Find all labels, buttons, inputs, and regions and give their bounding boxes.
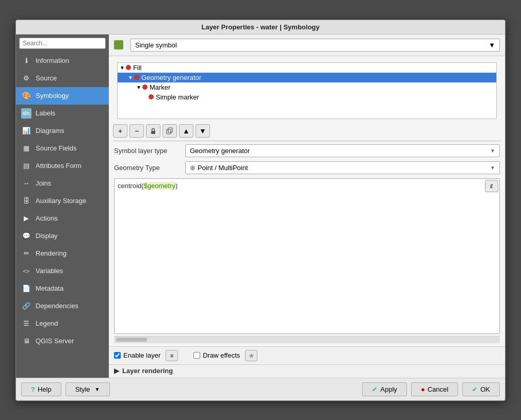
sidebar-item-auxiliary-storage[interactable]: 🗄 Auxiliary Storage — [16, 192, 109, 210]
lock-layer-button[interactable] — [146, 124, 160, 138]
geometry-type-icon: ⊕ — [190, 164, 196, 172]
sidebar-item-label: Source — [36, 74, 57, 82]
sidebar-item-source[interactable]: ⚙ Source — [16, 70, 109, 87]
symbol-layer-type-arrow: ▼ — [490, 148, 495, 154]
style-button[interactable]: Style ▼ — [66, 382, 110, 396]
draw-effects-row: Draw effects — [193, 351, 240, 359]
enable-layer-checkbox[interactable] — [114, 352, 121, 359]
enable-layer-row: Enable layer — [114, 351, 160, 359]
geometry-type-select[interactable]: ⊕ Point / MultiPoint ▼ — [185, 161, 500, 174]
sidebar-item-label: Attributes Form — [36, 162, 82, 170]
labels-icon: abc — [21, 108, 31, 119]
sidebar-item-source-fields[interactable]: ▦ Source Fields — [16, 140, 109, 157]
move-up-button[interactable]: ▲ — [179, 124, 193, 138]
qgis-server-icon: 🖥 — [21, 336, 31, 346]
code-editor: centroid($geometry) ε — [114, 178, 500, 334]
dialog-title: Layer Properties - water | Symbology — [16, 20, 505, 35]
sidebar-item-labels[interactable]: abc Labels — [16, 105, 109, 122]
cancel-icon: ● — [421, 385, 425, 393]
sidebar-item-rendering[interactable]: ✏ Rendering — [16, 245, 109, 262]
content-area: Single symbol ▼ ▼ Fill ▼ — [109, 35, 505, 378]
sidebar-item-joins[interactable]: ↔ Joins — [16, 175, 109, 192]
help-icon: ? — [31, 385, 35, 393]
help-label: Help — [38, 385, 52, 393]
code-scrollbar[interactable] — [114, 336, 500, 343]
symbol-layer-type-label: Symbol layer type — [114, 147, 181, 155]
geometry-type-label: Geometry Type — [114, 164, 181, 172]
sidebar-item-metadata[interactable]: 📄 Metadata — [16, 280, 109, 297]
geometry-type-arrow: ▼ — [490, 165, 495, 171]
tree-item-fill[interactable]: ▼ Fill — [118, 63, 496, 73]
tree-label-geometry-generator: Geometry generator — [141, 74, 201, 81]
simple-marker-dot — [149, 94, 154, 99]
help-button[interactable]: ? Help — [21, 382, 61, 396]
move-down-button[interactable]: ▼ — [196, 124, 210, 138]
sidebar-item-attributes-form[interactable]: ▤ Attributes Form — [16, 157, 109, 175]
sidebar-item-legend[interactable]: ☰ Legend — [16, 315, 109, 332]
symbol-type-dropdown[interactable]: Single symbol ▼ — [131, 39, 500, 52]
ok-button[interactable]: ✔ OK — [462, 382, 500, 396]
fill-dot — [126, 65, 131, 70]
tree-arrow-marker: ▼ — [136, 85, 141, 90]
symbol-type-icon — [114, 40, 123, 49]
apply-icon: ✔ — [372, 385, 378, 393]
search-input[interactable] — [19, 38, 106, 49]
svg-rect-1 — [167, 129, 171, 134]
add-layer-button[interactable]: + — [113, 124, 127, 138]
sidebar-item-label: Variables — [36, 267, 63, 275]
layer-rendering-row[interactable]: ▶ Layer rendering — [109, 364, 505, 378]
tree-label-fill: Fill — [133, 64, 142, 72]
dependencies-icon: 🔗 — [21, 301, 31, 311]
sidebar-item-label: Information — [36, 57, 69, 64]
tree-item-marker[interactable]: ▼ Marker — [118, 82, 496, 92]
sidebar-item-actions[interactable]: ▶ Actions — [16, 210, 109, 227]
draw-effects-checkbox[interactable] — [193, 352, 200, 359]
sidebar-item-dependencies[interactable]: 🔗 Dependencies — [16, 297, 109, 315]
sidebar-item-variables[interactable]: <> Variables — [16, 262, 109, 280]
sidebar-item-label: Joins — [36, 179, 51, 187]
legend-icon: ☰ — [21, 318, 31, 329]
sidebar-item-qgis-server[interactable]: 🖥 QGIS Server — [16, 332, 109, 350]
properties-area: Symbol layer type Geometry generator ▼ G… — [109, 141, 505, 346]
apply-button[interactable]: ✔ Apply — [362, 382, 407, 396]
copy-layer-button[interactable] — [162, 124, 177, 138]
sidebar-item-label: QGIS Server — [36, 337, 74, 345]
attributes-form-icon: ▤ — [21, 161, 31, 171]
sidebar-item-diagrams[interactable]: 📊 Diagrams — [16, 122, 109, 140]
tree-item-simple-marker[interactable]: Simple marker — [118, 92, 496, 102]
apply-label: Apply — [380, 385, 397, 393]
symbol-layer-type-select[interactable]: Geometry generator ▼ — [185, 144, 500, 157]
sidebar-item-display[interactable]: 💬 Display — [16, 227, 109, 245]
sidebar-item-label: Source Fields — [36, 144, 76, 152]
sidebar: ℹ Information ⚙ Source 🎨 Symbology abc L… — [16, 35, 109, 378]
dialog-footer: ? Help Style ▼ ✔ Apply ● Cancel ✔ OK — [16, 378, 505, 400]
geometry-type-row: Geometry Type ⊕ Point / MultiPoint ▼ — [114, 161, 500, 174]
data-defined-button[interactable]: ≡ — [166, 350, 178, 361]
information-icon: ℹ — [21, 56, 31, 66]
code-content[interactable]: centroid($geometry) — [115, 179, 499, 333]
search-box — [16, 35, 109, 52]
cancel-button[interactable]: ● Cancel — [411, 382, 458, 396]
enable-layer-label[interactable]: Enable layer — [123, 351, 160, 359]
metadata-icon: 📄 — [21, 283, 31, 294]
rendering-icon: ✏ — [21, 248, 31, 259]
svg-rect-2 — [168, 128, 172, 132]
sidebar-item-information[interactable]: ℹ Information — [16, 52, 109, 70]
draw-effects-label[interactable]: Draw effects — [203, 351, 240, 359]
copy-icon — [166, 127, 173, 135]
expression-button[interactable]: ε — [485, 180, 498, 192]
star-button[interactable]: ★ — [245, 350, 257, 361]
scrollbar-thumb — [116, 338, 147, 342]
tree-container: ▼ Fill ▼ Geometry generator ▼ Marke — [109, 56, 505, 123]
tree-label-marker: Marker — [150, 83, 170, 91]
tree-item-geometry-generator[interactable]: ▼ Geometry generator — [118, 73, 496, 82]
geometry-type-value: Point / MultiPoint — [198, 164, 248, 172]
sidebar-item-symbology[interactable]: 🎨 Symbology — [16, 87, 109, 105]
sidebar-item-label: Metadata — [36, 284, 63, 292]
remove-layer-button[interactable]: − — [129, 124, 144, 138]
diagrams-icon: 📊 — [21, 126, 31, 136]
marker-dot — [142, 85, 148, 90]
ok-label: OK — [480, 385, 490, 393]
layer-properties-dialog: Layer Properties - water | Symbology ℹ I… — [15, 20, 506, 401]
sidebar-item-label: Display — [36, 232, 58, 240]
